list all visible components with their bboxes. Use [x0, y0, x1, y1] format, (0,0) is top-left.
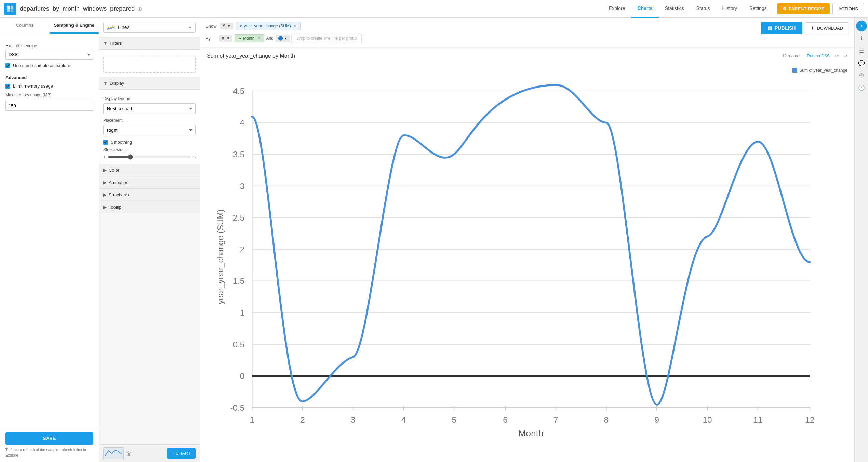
use-same-sample-label: Use same sample as explore — [13, 63, 70, 68]
save-button[interactable]: SAVE — [5, 432, 93, 445]
max-memory-label: Max memory usage (MB) — [5, 93, 93, 97]
nav-settings[interactable]: Settings — [743, 0, 773, 18]
main-layout: Columns Sampling & Engine Execution engi… — [0, 18, 868, 462]
svg-text:3: 3 — [351, 415, 356, 424]
footer-hint: To force a refresh of the sample, refres… — [5, 447, 93, 458]
parent-recipe-button[interactable]: ⚙ PARENT RECIPE — [777, 3, 830, 14]
svg-text:0: 0 — [240, 371, 245, 381]
smoothing-checkbox[interactable] — [103, 140, 108, 145]
execution-engine-label: Execution engine — [5, 43, 93, 48]
dataset-title: departures_by_month_windows_prepared — [20, 5, 135, 12]
info-icon: ⊕ — [137, 5, 142, 12]
svg-text:3.5: 3.5 — [233, 150, 245, 159]
svg-rect-0 — [7, 5, 10, 8]
stroke-max-label: 5 — [193, 155, 196, 159]
by-axis-badge-group: X ▼ ▼ Month ✕ And 🔵 — [219, 34, 362, 43]
svg-text:9: 9 — [654, 415, 659, 424]
app-icon — [4, 3, 16, 15]
chart-thumbnail-row: 🗑 + CHART — [99, 444, 200, 462]
svg-text:-0.5: -0.5 — [230, 403, 244, 412]
color-section-header[interactable]: ▶ Color — [99, 164, 200, 176]
nav-explore[interactable]: Explore — [603, 0, 631, 18]
run-on-dss[interactable]: Run on DSS — [807, 54, 830, 58]
chart-type-selector: Lines ▼ — [99, 18, 200, 37]
show-field-dropdown-icon: ▼ — [239, 24, 243, 28]
svg-rect-1 — [11, 5, 13, 8]
svg-text:6: 6 — [503, 415, 508, 424]
subcharts-section-header[interactable]: ▶ Subcharts — [99, 189, 200, 201]
by-field-remove[interactable]: ✕ — [257, 36, 261, 41]
nav-links: Explore Charts Statistics Status History… — [603, 0, 773, 18]
droplet-badge: 🔵 ▼ — [276, 35, 290, 42]
show-field-remove[interactable]: ✕ — [294, 24, 297, 28]
clock-sidebar-icon[interactable]: 🕐 — [856, 82, 867, 93]
publish-button[interactable]: ▤ PUBLISH — [761, 22, 802, 34]
display-section-header[interactable]: ▼ Display — [99, 77, 200, 90]
add-chart-button[interactable]: + CHART — [167, 448, 196, 459]
download-icon: ⬇ — [811, 26, 815, 31]
list-sidebar-icon[interactable]: ☰ — [856, 45, 867, 56]
expand-icon[interactable]: ⤢ — [844, 54, 847, 58]
use-same-sample-checkbox[interactable] — [5, 63, 10, 68]
info-sidebar-icon[interactable]: ℹ — [856, 33, 867, 44]
nav-history[interactable]: History — [716, 0, 744, 18]
by-field-badge: ▼ Month ✕ — [235, 34, 264, 42]
chart-controls: Show Y ▼ ▼ year_year_change (SUM) ✕ — [200, 18, 854, 48]
chart-container: Sum of year_year_change by Month 12 reco… — [200, 48, 854, 462]
tab-sampling[interactable]: Sampling & Engine — [50, 18, 99, 34]
y-axis-dropdown[interactable]: ▼ — [227, 24, 231, 28]
svg-text:0.5: 0.5 — [233, 340, 245, 349]
display-legend-select[interactable]: Next to chart Below chart None — [103, 103, 196, 114]
drop-zone[interactable]: Drop to create one line per group — [291, 34, 362, 43]
recipe-icon: ⚙ — [783, 6, 787, 11]
limit-memory-checkbox[interactable] — [5, 84, 10, 89]
line-chart-path — [252, 85, 810, 405]
limit-memory-row: Limit memory usage — [5, 83, 93, 89]
droplet-dropdown[interactable]: ▼ — [284, 37, 288, 40]
actions-button[interactable]: ACTIONS — [832, 3, 864, 14]
stroke-width-slider[interactable] — [108, 154, 191, 160]
line-chart: year_year_change (SUM) 4.5 4 — [207, 62, 847, 452]
chart-type-button[interactable]: Lines ▼ — [103, 22, 196, 33]
tag-sidebar-icon[interactable]: ④ — [856, 70, 867, 81]
stroke-min-label: 1 — [103, 155, 105, 159]
execution-engine-select[interactable]: DSS — [5, 50, 93, 60]
svg-text:2.5: 2.5 — [233, 213, 245, 222]
left-footer: SAVE To force a refresh of the sample, r… — [0, 428, 99, 462]
x-axis-dropdown[interactable]: ▼ — [226, 36, 230, 41]
droplet-icon: 🔵 — [278, 36, 283, 41]
download-button[interactable]: ⬇ DOWNLOAD — [805, 22, 849, 34]
chart-title-row: Sum of year_year_change by Month 12 reco… — [207, 53, 847, 59]
tab-columns[interactable]: Columns — [0, 18, 50, 34]
delete-chart-icon[interactable]: 🗑 — [126, 451, 131, 456]
nav-charts[interactable]: Charts — [631, 0, 658, 18]
placement-select[interactable]: Right Left Top Bottom — [103, 125, 196, 135]
tooltip-section-header[interactable]: ▶ Tooltip — [99, 201, 200, 213]
nav-status[interactable]: Status — [690, 0, 716, 18]
display-section-content: Display legend Next to chart Below chart… — [99, 90, 200, 164]
chart-svg-wrapper: year_year_change (SUM) 4.5 4 — [207, 62, 847, 452]
svg-text:10: 10 — [703, 415, 712, 424]
far-right-sidebar: + ℹ ☰ 💬 ④ 🕐 — [854, 18, 868, 462]
plus-icon[interactable]: + — [856, 21, 867, 31]
show-axis-badge-group: Y ▼ ▼ year_year_change (SUM) ✕ — [220, 22, 301, 30]
display-arrow: ▼ — [103, 81, 108, 86]
animation-section-header[interactable]: ▶ Animation — [99, 176, 200, 189]
top-nav: departures_by_month_windows_prepared ⊕ E… — [0, 0, 868, 18]
animation-label: Animation — [109, 180, 129, 185]
filters-section-header[interactable]: ▼ Filters — [99, 37, 200, 50]
refresh-icon[interactable]: ⟳ — [835, 54, 839, 58]
by-control-row: By X ▼ ▼ Month ✕ And — [205, 34, 757, 43]
svg-text:5: 5 — [452, 415, 456, 424]
svg-rect-2 — [7, 9, 10, 12]
max-memory-input[interactable] — [5, 101, 93, 111]
chart-type-label: Lines — [118, 25, 186, 30]
show-field-label: year_year_change (SUM) — [244, 24, 291, 28]
nav-statistics[interactable]: Statistics — [659, 0, 690, 18]
chat-sidebar-icon[interactable]: 💬 — [856, 57, 867, 68]
filter-dropzone[interactable] — [103, 56, 196, 73]
smoothing-row: Smoothing — [103, 140, 196, 145]
tooltip-arrow: ▶ — [103, 204, 107, 210]
display-label: Display — [110, 81, 124, 86]
svg-text:Month: Month — [518, 428, 543, 438]
